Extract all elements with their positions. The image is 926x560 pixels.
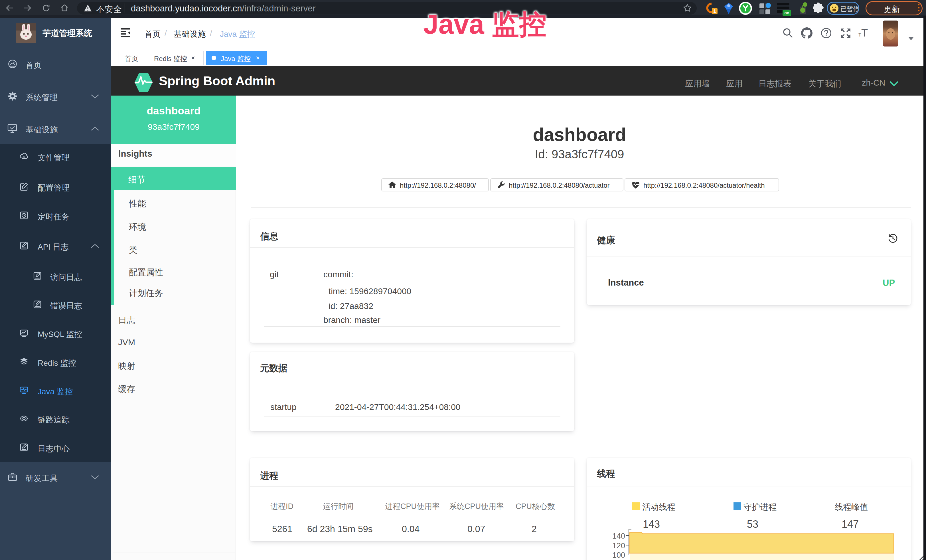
svg-text:on: on xyxy=(784,11,789,15)
svg-text:1: 1 xyxy=(713,9,716,14)
